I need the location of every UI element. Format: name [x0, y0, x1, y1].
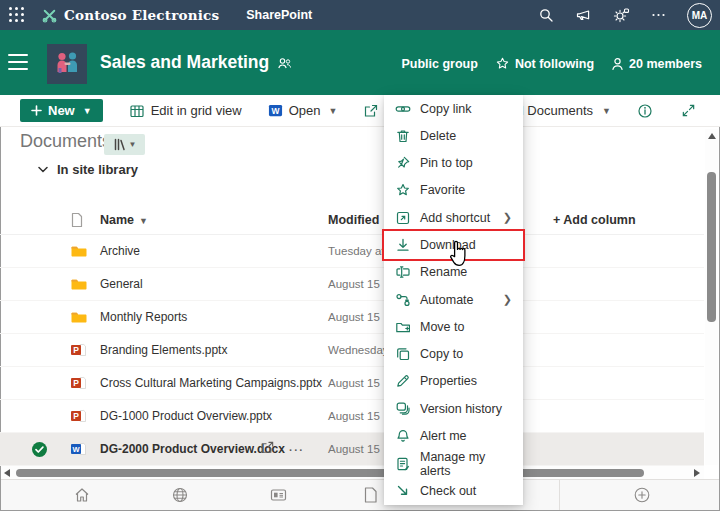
- vertical-scroll-thumb[interactable]: [707, 172, 716, 322]
- menu-item-add-shortcut[interactable]: Add shortcut❯: [384, 204, 523, 231]
- menu-item-version-history[interactable]: Version history: [384, 395, 523, 422]
- menu-item-label: Pin to top: [420, 156, 473, 170]
- pin-icon: [395, 155, 411, 171]
- file-name[interactable]: DG-1000 Product Overview.pptx: [100, 400, 272, 433]
- svg-text:P: P: [73, 345, 79, 355]
- menu-item-move-to[interactable]: Move to: [384, 313, 523, 340]
- file-name[interactable]: DG-2000 Product Overview.docx: [100, 433, 285, 466]
- menu-item-properties[interactable]: Properties: [384, 368, 523, 395]
- person-icon: [611, 57, 624, 71]
- chevron-down-icon: ▼: [83, 106, 92, 116]
- command-bar: New ▼ Edit in grid view W Open ▼ Share .…: [0, 95, 720, 127]
- info-icon[interactable]: [637, 103, 653, 119]
- edit-grid-view-button[interactable]: Edit in grid view: [129, 103, 242, 119]
- menu-item-delete[interactable]: Delete: [384, 122, 523, 149]
- menu-item-label: Move to: [420, 320, 464, 334]
- move-icon: [395, 319, 411, 335]
- chevron-down-icon: [38, 166, 48, 173]
- view-toggle[interactable]: ▼: [104, 134, 145, 155]
- table-row[interactable]: WDG-2000 Product Overview.docx···August …: [0, 433, 704, 466]
- svg-text:P: P: [73, 411, 79, 421]
- members-button[interactable]: 20 members: [611, 57, 702, 71]
- file-name[interactable]: General: [100, 268, 143, 301]
- horizontal-scroll-thumb[interactable]: [16, 469, 644, 477]
- bell-icon: [395, 428, 411, 444]
- follow-button[interactable]: Not following: [495, 56, 594, 71]
- menu-item-manage-my-alerts[interactable]: Manage my alerts: [384, 450, 523, 478]
- menu-item-label: Favorite: [420, 183, 465, 197]
- home-icon[interactable]: [73, 486, 91, 504]
- group-in-site-library[interactable]: In site library: [38, 162, 138, 177]
- scroll-right-arrow[interactable]: [694, 469, 700, 477]
- context-menu: Copy linkDeletePin to topFavoriteAdd sho…: [384, 95, 523, 505]
- pencil-icon: [395, 373, 411, 389]
- globe-icon[interactable]: [171, 486, 189, 504]
- menu-item-label: Alert me: [420, 429, 467, 443]
- table-row[interactable]: ArchiveTuesday at 11:: [0, 235, 704, 268]
- manage-alerts-icon: [395, 456, 411, 472]
- avatar[interactable]: MA: [687, 3, 712, 28]
- menu-item-copy-to[interactable]: Copy to: [384, 341, 523, 368]
- scroll-left-arrow[interactable]: [4, 469, 10, 477]
- file-type-column-icon[interactable]: [70, 212, 84, 228]
- new-button[interactable]: New ▼: [20, 99, 103, 122]
- privacy-label: Public group: [401, 57, 477, 71]
- add-icon[interactable]: [633, 486, 651, 504]
- scroll-up-arrow[interactable]: [708, 133, 716, 139]
- open-button[interactable]: W Open ▼: [268, 103, 338, 118]
- add-column-button[interactable]: + Add column: [553, 205, 636, 235]
- powerpoint-icon: P: [70, 342, 87, 359]
- menu-item-label: Automate: [420, 293, 474, 307]
- more-icon[interactable]: [651, 7, 666, 23]
- menu-item-copy-link[interactable]: Copy link: [384, 95, 523, 122]
- menu-item-label: Manage my alerts: [420, 450, 512, 478]
- hamburger-menu-icon[interactable]: [8, 54, 28, 70]
- selected-check-icon[interactable]: [31, 441, 48, 458]
- news-icon[interactable]: [269, 486, 288, 504]
- site-logo[interactable]: [47, 44, 87, 84]
- table-row[interactable]: GeneralAugust 15: [0, 268, 704, 301]
- word-icon: W: [70, 441, 87, 458]
- folder-icon: [70, 243, 87, 260]
- menu-item-check-out[interactable]: Check out: [384, 478, 523, 505]
- word-app-icon: W: [268, 103, 283, 118]
- settings-icon[interactable]: [613, 7, 630, 23]
- menu-item-alert-me[interactable]: Alert me: [384, 422, 523, 449]
- row-more-icon[interactable]: ···: [289, 444, 305, 456]
- file-name[interactable]: Cross Cultural Marketing Campaigns.pptx: [100, 367, 322, 400]
- chevron-down-icon: ▼: [329, 106, 338, 116]
- team-icon: [277, 56, 292, 70]
- horizontal-scrollbar[interactable]: [1, 466, 704, 479]
- chevron-down-icon: ▼: [139, 216, 148, 226]
- brand-logo: [41, 7, 58, 24]
- announcement-icon[interactable]: [575, 7, 592, 23]
- file-name[interactable]: Archive: [100, 235, 140, 268]
- brand-name: Contoso Electronics: [64, 7, 219, 23]
- document-icon[interactable]: [363, 486, 378, 504]
- table-row[interactable]: PCross Cultural Marketing Campaigns.pptx…: [0, 367, 704, 400]
- star-icon: [395, 182, 411, 198]
- menu-item-automate[interactable]: Automate❯: [384, 286, 523, 313]
- table-row[interactable]: PDG-1000 Product Overview.pptxAugust 15: [0, 400, 704, 433]
- app-launcher-icon[interactable]: [9, 7, 25, 23]
- site-header: Sales and Marketing Public group Not fol…: [0, 30, 720, 95]
- expand-icon[interactable]: [681, 103, 696, 118]
- copy-icon: [395, 346, 411, 362]
- search-icon[interactable]: [538, 7, 554, 23]
- rename-icon: [395, 264, 411, 280]
- checkout-icon: [395, 483, 411, 499]
- product-name: SharePoint: [246, 8, 312, 22]
- vertical-scrollbar[interactable]: [705, 129, 718, 465]
- menu-item-favorite[interactable]: Favorite: [384, 177, 523, 204]
- file-name[interactable]: Branding Elements.pptx: [100, 334, 227, 367]
- star-icon: [495, 56, 510, 71]
- file-name[interactable]: Monthly Reports: [100, 301, 187, 334]
- download-icon: [395, 237, 411, 253]
- row-share-icon[interactable]: [260, 440, 275, 459]
- menu-item-label: Check out: [420, 484, 476, 498]
- table-row[interactable]: PBranding Elements.pptxWednesday at: [0, 334, 704, 367]
- table-row[interactable]: Monthly ReportsAugust 15: [0, 301, 704, 334]
- menu-item-pin-to-top[interactable]: Pin to top: [384, 150, 523, 177]
- powerpoint-icon: P: [70, 375, 87, 392]
- column-header-name[interactable]: Name▼: [100, 205, 148, 236]
